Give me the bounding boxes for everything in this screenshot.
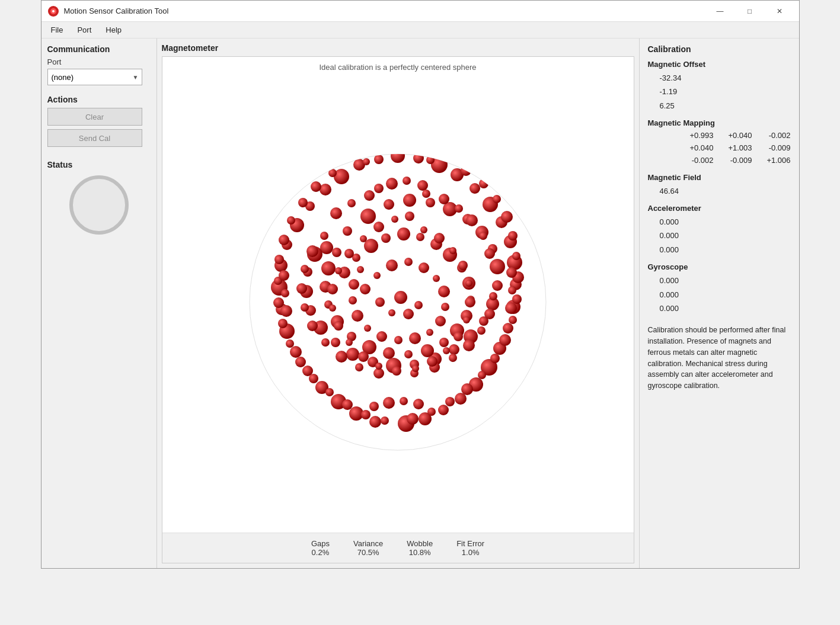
svg-point-126 xyxy=(360,284,371,294)
svg-point-182 xyxy=(321,338,330,347)
svg-point-85 xyxy=(490,259,505,274)
menu-port[interactable]: Port xyxy=(70,23,98,37)
svg-point-63 xyxy=(490,354,500,363)
magnetic-offset-title: Magnetic Offset xyxy=(648,60,791,69)
svg-point-205 xyxy=(453,332,463,341)
mm-11: +1.003 xyxy=(720,142,752,155)
svg-point-210 xyxy=(449,247,456,254)
svg-point-211 xyxy=(434,233,445,243)
stat-gaps: Gaps 0.2% xyxy=(311,539,330,557)
svg-point-58 xyxy=(273,297,284,308)
svg-point-66 xyxy=(309,374,318,383)
svg-point-202 xyxy=(412,365,419,372)
magnetic-offset-z: 6.25 xyxy=(648,99,791,113)
close-button[interactable]: ✕ xyxy=(766,4,793,18)
svg-point-125 xyxy=(332,248,341,257)
svg-point-65 xyxy=(478,371,486,379)
svg-point-41 xyxy=(426,156,435,164)
svg-point-137 xyxy=(394,336,403,344)
svg-point-167 xyxy=(439,194,449,204)
clear-button[interactable]: Clear xyxy=(47,108,142,126)
svg-point-57 xyxy=(512,294,522,304)
svg-point-79 xyxy=(403,194,416,207)
stat-wobble-label: Wobble xyxy=(407,539,433,548)
svg-point-193 xyxy=(344,249,354,258)
svg-point-185 xyxy=(296,283,307,294)
svg-point-134 xyxy=(435,316,446,326)
port-select[interactable]: (none) xyxy=(47,69,142,85)
stat-fit-error-value: 1.0% xyxy=(456,548,484,557)
svg-point-39 xyxy=(369,416,381,428)
svg-point-44 xyxy=(328,169,337,177)
svg-point-53 xyxy=(512,252,520,260)
svg-point-124 xyxy=(321,261,336,275)
svg-point-26 xyxy=(503,323,513,334)
mm-00: +0.993 xyxy=(681,130,714,142)
viz-subtitle: Ideal calibration is a perfectly centere… xyxy=(319,63,476,72)
svg-point-148 xyxy=(388,309,395,316)
window-title: Motion Sensor Calibration Tool xyxy=(64,7,169,15)
svg-point-159 xyxy=(280,305,292,317)
svg-point-132 xyxy=(438,286,450,297)
minimize-button[interactable]: — xyxy=(707,4,734,18)
svg-point-192 xyxy=(360,235,367,242)
svg-point-200 xyxy=(375,363,382,370)
magnetic-field-value: 46.64 xyxy=(648,184,791,198)
accelerometer-title: Accelerometer xyxy=(648,204,791,213)
svg-point-140 xyxy=(352,310,363,322)
svg-point-162 xyxy=(505,302,517,314)
maximize-button[interactable]: □ xyxy=(736,4,764,18)
mm-01: +0.040 xyxy=(720,130,752,142)
svg-point-115 xyxy=(439,338,449,347)
main-window: Motion Sensor Calibration Tool — □ ✕ Fil… xyxy=(41,0,800,569)
svg-point-68 xyxy=(325,388,334,396)
calibration-note: Calibration should be performed after fi… xyxy=(648,325,791,392)
actions-title: Actions xyxy=(47,95,151,104)
svg-point-80 xyxy=(426,198,435,207)
svg-point-50 xyxy=(287,216,295,225)
svg-point-151 xyxy=(417,180,428,191)
svg-point-172 xyxy=(489,292,497,300)
svg-point-164 xyxy=(347,199,356,207)
svg-point-77 xyxy=(360,209,376,224)
svg-point-135 xyxy=(426,329,433,336)
send-cal-button[interactable]: Send Cal xyxy=(47,129,142,147)
svg-point-171 xyxy=(484,248,495,259)
svg-point-206 xyxy=(463,316,470,323)
svg-point-117 xyxy=(404,350,413,358)
svg-point-152 xyxy=(374,184,384,193)
menu-help[interactable]: Help xyxy=(98,23,129,37)
svg-point-212 xyxy=(420,226,427,233)
menu-file[interactable]: File xyxy=(44,23,71,37)
svg-point-116 xyxy=(421,344,434,357)
svg-point-157 xyxy=(279,270,289,281)
svg-point-70 xyxy=(342,399,353,410)
svg-point-197 xyxy=(334,321,343,331)
svg-point-67 xyxy=(461,383,473,395)
mm-21: -0.009 xyxy=(720,155,752,167)
svg-point-186 xyxy=(301,265,309,273)
svg-point-127 xyxy=(373,272,381,279)
mm-10: +0.040 xyxy=(681,142,714,155)
svg-point-155 xyxy=(413,399,424,409)
svg-point-145 xyxy=(394,291,407,304)
svg-point-90 xyxy=(449,344,459,355)
title-bar-left: Motion Sensor Calibration Tool xyxy=(47,5,169,17)
svg-point-165 xyxy=(364,190,375,201)
svg-point-136 xyxy=(409,332,421,344)
svg-point-76 xyxy=(343,226,352,236)
port-select-wrapper[interactable]: (none) xyxy=(47,69,142,85)
svg-point-107 xyxy=(416,233,424,241)
svg-point-46 xyxy=(311,181,321,192)
svg-point-54 xyxy=(274,255,284,264)
svg-point-163 xyxy=(330,207,342,219)
svg-point-62 xyxy=(286,339,294,348)
status-indicator xyxy=(69,175,129,235)
gyro-x: 0.000 xyxy=(648,274,791,287)
window-controls: — □ ✕ xyxy=(707,4,793,18)
svg-point-195 xyxy=(327,284,338,294)
svg-point-183 xyxy=(307,320,318,331)
svg-point-188 xyxy=(320,232,328,240)
svg-point-131 xyxy=(433,275,440,282)
svg-point-72 xyxy=(361,410,371,419)
